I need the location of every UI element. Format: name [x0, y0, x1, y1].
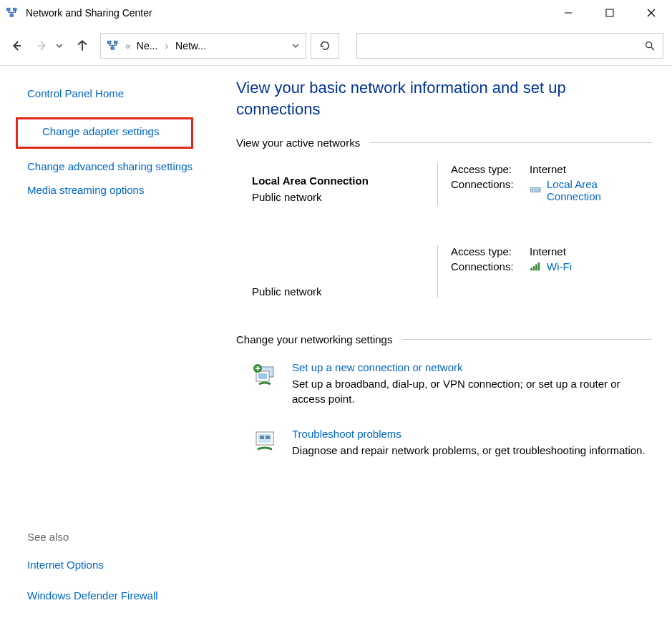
troubleshoot-link[interactable]: Troubleshoot problems	[292, 428, 646, 440]
breadcrumb-overflow-icon[interactable]: «	[125, 40, 131, 51]
svg-rect-22	[535, 264, 537, 270]
svg-point-17	[535, 190, 536, 191]
breadcrumb-segment-1[interactable]: Ne...	[137, 40, 158, 51]
back-button[interactable]	[9, 38, 24, 54]
network-row: Public network Access type: Internet Con…	[236, 241, 652, 305]
troubleshoot-desc: Diagnose and repair network problems, or…	[292, 444, 646, 456]
network-name: Local Area Connection	[252, 175, 437, 187]
troubleshoot-icon	[252, 428, 281, 456]
network-type: Public network	[252, 191, 437, 203]
header-separator	[370, 142, 652, 143]
svg-point-13	[646, 41, 652, 47]
connection-link[interactable]: Local Area Connection	[547, 178, 652, 202]
connection-link[interactable]: Wi-Fi	[547, 260, 572, 273]
app-icon	[6, 6, 19, 19]
breadcrumb-segment-2[interactable]: Netw...	[175, 40, 206, 51]
svg-line-14	[651, 47, 654, 50]
svg-rect-33	[266, 436, 270, 439]
toolbar: « Ne... › Netw...	[0, 26, 672, 66]
connections-label: Connections:	[451, 178, 530, 190]
access-type-value: Internet	[530, 163, 652, 175]
search-icon	[644, 40, 656, 51]
network-type: Public network	[252, 257, 437, 298]
svg-rect-0	[7, 8, 11, 11]
svg-rect-26	[258, 373, 267, 379]
main-content: View your basic network information and …	[222, 66, 672, 628]
svg-rect-2	[10, 14, 14, 17]
header-separator	[402, 339, 652, 340]
close-button[interactable]	[630, 0, 672, 26]
active-networks-header: View your active networks	[236, 137, 652, 149]
setup-connection-desc: Set up a broadband, dial-up, or VPN conn…	[292, 378, 620, 405]
address-bar[interactable]: « Ne... › Netw...	[100, 33, 306, 59]
svg-rect-29	[257, 366, 258, 371]
network-details: Access type: Internet Connections: Wi-Fi	[437, 245, 652, 298]
body: Control Panel Home Change adapter settin…	[0, 66, 672, 628]
new-connection-icon	[252, 361, 281, 390]
see-also-label: See also	[27, 531, 222, 543]
refresh-button[interactable]	[311, 33, 339, 59]
access-type-label: Access type:	[451, 163, 530, 175]
svg-rect-23	[538, 263, 540, 270]
svg-rect-21	[533, 266, 535, 270]
address-icon	[107, 39, 120, 52]
access-type-label: Access type:	[451, 245, 530, 257]
svg-rect-11	[115, 41, 118, 44]
page-title: View your basic network information and …	[236, 77, 637, 119]
connections-label: Connections:	[451, 260, 530, 273]
change-adapter-settings-link[interactable]: Change adapter settings	[16, 117, 193, 149]
svg-rect-1	[14, 8, 17, 11]
minimize-button[interactable]	[547, 0, 589, 26]
network-row: Local Area Connection Public network Acc…	[236, 159, 652, 212]
wifi-signal-icon	[530, 263, 542, 271]
see-also-block: See also Internet Options Windows Defend…	[0, 531, 222, 616]
setting-item: Set up a new connection or network Set u…	[236, 355, 652, 415]
internet-options-link[interactable]: Internet Options	[27, 553, 222, 577]
change-settings-header: Change your networking settings	[236, 333, 652, 345]
svg-point-16	[532, 190, 534, 191]
setup-connection-link[interactable]: Set up a new connection or network	[292, 361, 652, 373]
access-type-value: Internet	[530, 245, 652, 257]
address-dropdown-icon[interactable]	[291, 43, 300, 49]
network-left: Public network	[252, 245, 437, 298]
maximize-button[interactable]	[589, 0, 630, 26]
svg-rect-20	[530, 268, 532, 270]
section-header-text: Change your networking settings	[236, 333, 392, 345]
chevron-right-icon: ›	[165, 40, 168, 51]
up-button[interactable]	[74, 38, 90, 54]
window-title: Network and Sharing Center	[26, 7, 547, 19]
svg-point-18	[537, 190, 538, 191]
svg-rect-12	[111, 46, 115, 49]
control-panel-home-link[interactable]: Control Panel Home	[0, 82, 222, 106]
change-advanced-sharing-link[interactable]: Change advanced sharing settings	[0, 154, 222, 179]
section-header-text: View your active networks	[236, 137, 360, 149]
svg-rect-4	[606, 9, 613, 16]
title-bar: Network and Sharing Center	[0, 0, 672, 26]
setting-item: Troubleshoot problems Diagnose and repai…	[236, 422, 652, 466]
sidebar: Control Panel Home Change adapter settin…	[0, 66, 222, 628]
lan-icon	[530, 186, 542, 195]
forward-button[interactable]	[34, 38, 50, 54]
svg-rect-10	[108, 41, 112, 44]
search-box[interactable]	[356, 33, 663, 59]
media-streaming-options-link[interactable]: Media streaming options	[0, 178, 222, 202]
nav-history-dropdown[interactable]	[54, 44, 64, 48]
network-left: Local Area Connection Public network	[252, 163, 437, 205]
svg-rect-32	[260, 436, 264, 439]
windows-defender-firewall-link[interactable]: Windows Defender Firewall	[27, 584, 222, 608]
svg-point-19	[539, 190, 540, 191]
network-details: Access type: Internet Connections: Local…	[437, 163, 652, 205]
